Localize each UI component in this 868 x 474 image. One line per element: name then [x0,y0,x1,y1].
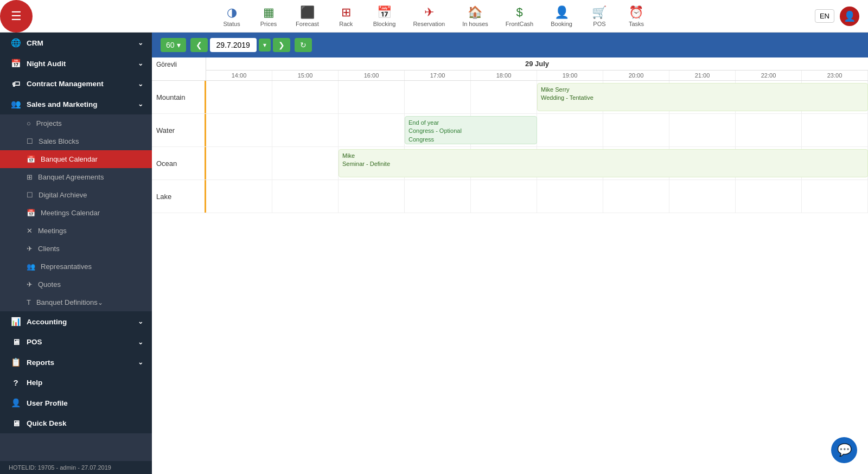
banquet-calendar-sub-label: Banquet Calendar [41,155,98,163]
time-label-2100: 21:00 [669,71,736,80]
sidebar-subitem-banquet-definitions[interactable]: T Banquet Definitions ⌄ [0,293,152,311]
prices-nav-icon: ▦ [263,5,275,20]
language-button[interactable]: EN [815,9,834,23]
slot-lake-7 [669,180,736,213]
event-mountain-0[interactable]: Mike SerryWedding - Tentative [537,83,868,111]
banquet-agreements-sub-icon: ⊞ [27,173,33,181]
sidebar-item-help[interactable]: ? Help [0,373,152,393]
room-label-ocean: Ocean [152,147,206,180]
prev-date-button[interactable]: ❮ [190,38,208,52]
next-date-button[interactable]: ❯ [273,38,290,52]
meetings-calendar-sub-label: Meetings Calendar [41,209,100,217]
refresh-button[interactable]: ↻ [295,38,312,52]
reservation-nav-label: Reservation [413,21,445,27]
digital-archieve-sub-label: Digital Archieve [39,191,87,199]
crm-label: CRM [27,39,43,47]
main-layout: 🌐 CRM ⌄ 📅 Night Audit ⌄ 🏷 Contract Manag… [0,33,868,474]
zoom-selector[interactable]: 60 ▾ [161,38,186,52]
sidebar-subitem-meetings[interactable]: ✕ Meetings [0,222,152,240]
time-label-2300: 23:00 [802,71,868,80]
clients-sub-label: Clients [38,245,60,253]
calendar-row-lake: Lake [152,180,868,213]
slot-lake-8 [736,180,802,213]
quick-desk-icon: 🖥 [10,419,21,428]
top-nav: ☰ ◑Status▦Prices⬛Forecast⊞Rack📅Blocking✈… [0,0,868,33]
time-slots-water: End of yearCongress - OptionalCongress [206,114,868,146]
sidebar-subitem-banquet-agreements[interactable]: ⊞ Banquet Agreements [0,168,152,186]
slot-mountain-0 [206,81,272,113]
quotes-sub-label: Quotes [38,280,61,289]
sidebar-subitem-represantatives[interactable]: 👥 Represantatives [0,258,152,276]
contract-management-label: Contract Management [27,80,104,88]
sidebar-subitem-left: 📅 Meetings Calendar [27,209,100,217]
nav-item-reservation[interactable]: ✈Reservation [406,3,451,29]
sidebar-subitem-left: ✈ Clients [27,245,60,253]
hamburger-button[interactable]: ☰ [0,0,33,33]
sidebar-subitem-left: T Banquet Definitions [27,298,98,306]
event-ocean-0[interactable]: MikeSeminar - Definite [339,149,868,177]
sidebar-subitem-clients[interactable]: ✈ Clients [0,240,152,258]
slot-mountain-2 [339,81,405,113]
user-avatar[interactable]: 👤 [840,7,859,26]
sidebar-item-contract-management[interactable]: 🏷 Contract Management ⌄ [0,74,152,94]
slot-water-6 [603,114,669,146]
room-label-mountain: Mountain [152,81,206,113]
sidebar-subitem-banquet-calendar[interactable]: 📅 Banquet Calendar [0,150,152,168]
inhouses-nav-icon: 🏠 [468,5,482,20]
nav-item-rack[interactable]: ⊞Rack [330,3,362,29]
date-dropdown-button[interactable]: ▾ [259,39,271,52]
user-profile-label: User Profile [27,399,68,407]
hamburger-icon: ☰ [11,9,22,23]
sidebar-item-night-audit[interactable]: 📅 Night Audit ⌄ [0,53,152,74]
sidebar-item-user-profile[interactable]: 👤 User Profile [0,393,152,413]
slot-ocean-0 [206,147,272,180]
time-label-1600: 16:00 [339,71,405,80]
calendar-row-ocean: OceanMikeSeminar - Definite [152,147,868,180]
sidebar-subitem-sales-blocks[interactable]: ☐ Sales Blocks [0,132,152,150]
quick-desk-label: Quick Desk [27,419,67,427]
sidebar-item-accounting[interactable]: 📊 Accounting ⌄ [0,311,152,332]
sidebar-subitem-quotes[interactable]: ✈ Quotes [0,276,152,293]
nav-item-status[interactable]: ◑Status [215,3,248,29]
nav-item-prices[interactable]: ▦Prices [252,3,285,29]
booking-nav-icon: 👤 [554,5,569,20]
sidebar-subitem-meetings-calendar[interactable]: 📅 Meetings Calendar [0,204,152,222]
sidebar-item-crm[interactable]: 🌐 CRM ⌄ [0,33,152,53]
sidebar-item-sales-marketing[interactable]: 👥 Sales and Marketing ⌄ [0,94,152,114]
nav-item-inhouses[interactable]: 🏠In houses [456,3,495,29]
sidebar-subitem-projects[interactable]: ○ Projects [0,114,152,132]
sidebar-item-left: 🌐 CRM [10,38,43,48]
slot-water-5 [537,114,603,146]
nav-item-forecast[interactable]: ⬛Forecast [289,3,326,29]
room-label-water: Water [152,114,206,146]
event-water-0[interactable]: End of yearCongress - OptionalCongress [405,116,537,144]
contract-management-icon: 🏷 [10,79,21,88]
clients-sub-icon: ✈ [27,245,33,253]
slot-water-7 [669,114,736,146]
sidebar-subitem-digital-archieve[interactable]: ☐ Digital Archieve [0,186,152,204]
calendar-header-row: Görevli29 July14:0015:0016:0017:0018:001… [152,57,868,81]
nav-item-frontcash[interactable]: $FrontCash [499,3,540,29]
banquet-definitions-sub-icon: T [27,298,31,306]
night-audit-icon: 📅 [10,59,21,68]
pos-nav-icon: 🛒 [592,5,607,20]
sidebar-item-quick-desk[interactable]: 🖥 Quick Desk [0,413,152,433]
nav-item-blocking[interactable]: 📅Blocking [367,3,403,29]
crm-icon: 🌐 [10,38,21,48]
slot-water-1 [272,114,339,146]
chat-button[interactable]: 💬 [831,437,857,463]
nav-item-tasks[interactable]: ⏰Tasks [620,3,653,29]
slot-lake-3 [405,180,471,213]
nav-item-booking[interactable]: 👤Booking [544,3,579,29]
projects-sub-label: Projects [36,119,62,127]
rack-nav-label: Rack [339,21,353,27]
sidebar-item-left: 📅 Night Audit [10,59,66,68]
sidebar-subitem-left: ○ Projects [27,119,62,127]
room-label-lake: Lake [152,180,206,213]
sidebar-item-reports[interactable]: 📋 Reports ⌄ [0,352,152,373]
calendar-row-mountain: MountainMike SerryWedding - Tentative [152,81,868,114]
sidebar-item-pos[interactable]: 🖥 POS ⌄ [0,332,152,352]
sidebar-subitem-left: ⊞ Banquet Agreements [27,173,104,181]
time-headers: 14:0015:0016:0017:0018:0019:0020:0021:00… [206,71,868,80]
nav-item-pos[interactable]: 🛒POS [583,3,616,29]
